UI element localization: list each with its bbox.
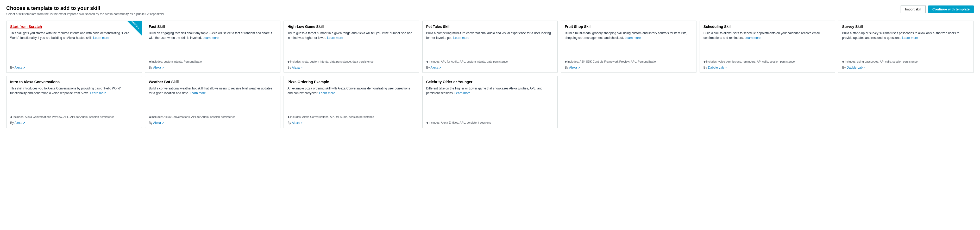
external-link-icon: ↗: [161, 66, 164, 69]
skill-card-highlow[interactable]: High-Low Game SkillTry to guess a target…: [283, 21, 419, 73]
card-description: Build an engaging fact skill about any t…: [149, 31, 277, 57]
tag-icon: ◆: [703, 60, 706, 63]
card-author: By Dabble Lab ↗: [842, 66, 970, 69]
tag-icon: ◆: [426, 121, 428, 124]
card-tags: ◆Includes: voice permissions, reminders,…: [703, 59, 831, 64]
card-author: By Alexa ↗: [426, 66, 554, 69]
skill-card-scheduling[interactable]: Scheduling SkillBuild a skill to allow u…: [700, 21, 835, 73]
skill-card-fruitshop[interactable]: Fruit Shop SkillBuild a multi-modal groc…: [561, 21, 697, 73]
skill-card-survey[interactable]: Survey SkillBuild a stand-up or survey s…: [838, 21, 974, 73]
author-link[interactable]: Dabble Lab: [708, 66, 724, 69]
page-subtitle: Select a skill template from the list be…: [6, 12, 165, 16]
card-title: High-Low Game Skill: [288, 24, 415, 29]
external-link-icon: ↗: [300, 66, 302, 69]
card-tags: ◆Includes: Alexa Entities, APL, persiste…: [426, 120, 554, 125]
page-header: Choose a template to add to your skill S…: [6, 5, 974, 16]
empty-card: [700, 76, 835, 128]
import-skill-button[interactable]: Import skill: [900, 5, 926, 13]
card-title: Survey Skill: [842, 24, 970, 29]
card-author: By Alexa ↗: [288, 66, 415, 69]
card-description: Build a skill to allow users to schedule…: [703, 31, 831, 57]
learn-more-link[interactable]: Learn more: [745, 36, 760, 40]
learn-more-link[interactable]: Learn more: [902, 36, 918, 40]
skill-card-pettales[interactable]: Pet Tales SkillBuild a compelling multi-…: [422, 21, 558, 73]
external-link-icon: ↗: [577, 66, 580, 69]
skill-card-celebrity[interactable]: Celebrity Older or YoungerDifferent take…: [422, 76, 558, 128]
author-link[interactable]: Alexa: [292, 121, 300, 125]
card-tags: ◆Includes: Alexa Conversations Preview, …: [10, 115, 138, 119]
card-description: An example pizza ordering skill with Ale…: [288, 86, 415, 112]
author-link[interactable]: Alexa: [430, 66, 438, 69]
card-author: By Alexa ↗: [565, 66, 692, 69]
card-description: Build a stand-up or survey skill that us…: [842, 31, 970, 57]
empty-card: [838, 76, 974, 128]
card-description: This skill gets you started with the req…: [10, 31, 138, 64]
skill-card-alexa-conversations[interactable]: Intro to Alexa ConversationsThis skill i…: [6, 76, 142, 128]
learn-more-link[interactable]: Learn more: [625, 36, 641, 40]
card-author: By Alexa ↗: [10, 66, 138, 69]
card-description: Build a compelling multi-turn conversati…: [426, 31, 554, 57]
tag-icon: ◆: [149, 115, 151, 118]
card-author: By Dabble Lab ↗: [703, 66, 831, 69]
card-title: Start from Scratch: [10, 24, 138, 29]
learn-more-link[interactable]: Learn more: [319, 91, 335, 95]
tag-icon: ◆: [426, 60, 428, 63]
card-description: Build a multi-modal grocery shopping ski…: [565, 31, 692, 57]
card-description: Build a conversational weather bot skill…: [149, 86, 277, 112]
learn-more-link[interactable]: Learn more: [90, 91, 106, 95]
tag-icon: ◆: [10, 115, 12, 118]
external-link-icon: ↗: [438, 66, 441, 69]
external-link-icon: ↗: [22, 66, 25, 69]
card-tags: ◆Includes: custom intents, Personalizati…: [149, 59, 277, 64]
skill-card-fact[interactable]: Fact SkillBuild an engaging fact skill a…: [145, 21, 281, 73]
cards-row2: Intro to Alexa ConversationsThis skill i…: [6, 76, 974, 128]
author-link[interactable]: Alexa: [14, 121, 22, 125]
card-description: Try to guess a target number in a given …: [288, 31, 415, 57]
card-title: Weather Bot Skill: [149, 80, 277, 84]
learn-more-link[interactable]: Learn more: [453, 36, 469, 40]
learn-more-link[interactable]: Learn more: [454, 91, 470, 95]
author-link[interactable]: Alexa: [292, 66, 300, 69]
author-link[interactable]: Alexa: [153, 121, 161, 125]
tag-icon: ◆: [288, 60, 290, 63]
cards-row1: SELECTEDStart from ScratchThis skill get…: [6, 21, 974, 73]
skill-card-weatherbot[interactable]: Weather Bot SkillBuild a conversational …: [145, 76, 281, 128]
external-link-icon: ↗: [724, 66, 727, 69]
author-link[interactable]: Dabble Lab: [847, 66, 862, 69]
learn-more-link[interactable]: Learn more: [93, 36, 109, 40]
author-link[interactable]: Alexa: [153, 66, 161, 69]
card-author: By Alexa ↗: [149, 66, 277, 69]
external-link-icon: ↗: [22, 121, 25, 125]
card-title: Fact Skill: [149, 24, 277, 29]
header-text: Choose a template to add to your skill S…: [6, 5, 165, 16]
card-tags: ◆Includes: Alexa Conversations, APL for …: [288, 115, 415, 119]
external-link-icon: ↗: [300, 121, 302, 125]
card-description: This skill introduces you to Alexa Conve…: [10, 86, 138, 112]
card-title: Fruit Shop Skill: [565, 24, 692, 29]
card-title: Celebrity Older or Younger: [426, 80, 554, 84]
tag-icon: ◆: [842, 60, 844, 63]
card-title: Pet Tales Skill: [426, 24, 554, 29]
learn-more-link[interactable]: Learn more: [202, 36, 218, 40]
card-description: Different take on the Higher or Lower ga…: [426, 86, 554, 118]
external-link-icon: ↗: [862, 66, 865, 69]
learn-more-link[interactable]: Learn more: [327, 36, 343, 40]
header-buttons: Import skill Continue with template: [900, 5, 974, 13]
continue-with-template-button[interactable]: Continue with template: [928, 5, 974, 13]
external-link-icon: ↗: [161, 121, 164, 125]
learn-more-link[interactable]: Learn more: [190, 91, 206, 95]
tag-icon: ◆: [288, 115, 290, 118]
card-tags: ◆Includes: ASK SDK Controls Framework Pr…: [565, 59, 692, 64]
author-link[interactable]: Alexa: [569, 66, 577, 69]
skill-card-scratch[interactable]: SELECTEDStart from ScratchThis skill get…: [6, 21, 142, 73]
card-tags: ◆Includes: APL for Audio, APL, custom in…: [426, 59, 554, 64]
card-tags: ◆Includes: slots, custom intents, data p…: [288, 59, 415, 64]
card-author: By Alexa ↗: [149, 121, 277, 125]
skill-card-pizza[interactable]: Pizza Ordering ExampleAn example pizza o…: [283, 76, 419, 128]
card-author: By Alexa ↗: [288, 121, 415, 125]
empty-card: [561, 76, 697, 128]
card-title: Pizza Ordering Example: [288, 80, 415, 84]
card-title: Intro to Alexa Conversations: [10, 80, 138, 84]
author-link[interactable]: Alexa: [14, 66, 22, 69]
tag-icon: ◆: [565, 60, 567, 63]
